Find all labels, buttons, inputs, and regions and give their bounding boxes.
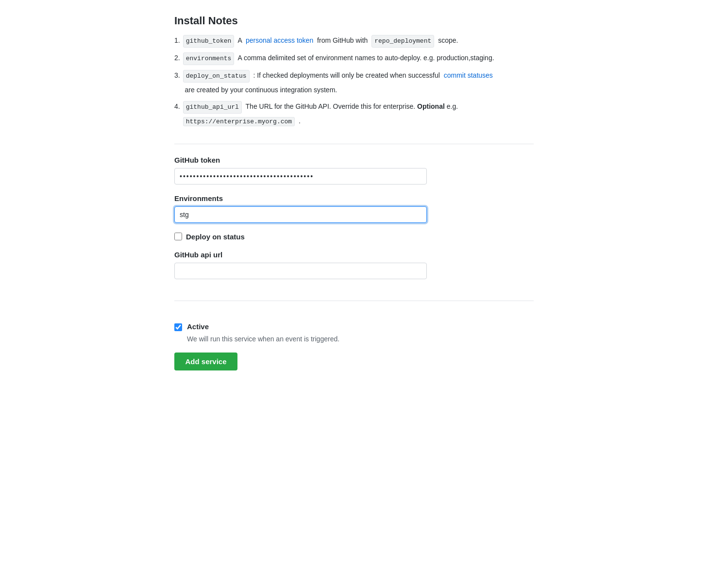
note-1-code-2: repo_deployment	[371, 35, 434, 48]
install-notes-list: github_token A personal access token fro…	[174, 35, 534, 127]
deploy-on-status-checkbox[interactable]	[174, 233, 182, 240]
note-item-4: github_api_url The URL for the GitHub AP…	[174, 101, 534, 127]
form-section: GitHub token Environments Deploy on stat…	[174, 156, 534, 301]
github-token-label: GitHub token	[174, 156, 534, 164]
github-token-group: GitHub token	[174, 156, 534, 185]
install-notes-title: Install Notes	[174, 15, 534, 27]
note-4-text-a: The URL for the GitHub API. Override thi…	[244, 101, 458, 113]
add-service-button[interactable]: Add service	[174, 353, 237, 370]
github-api-url-group: GitHub api url	[174, 251, 534, 279]
github-api-url-label: GitHub api url	[174, 251, 534, 259]
note-1-text-b: from GitHub with	[315, 35, 370, 47]
install-notes-section: Install Notes github_token A personal ac…	[174, 15, 534, 144]
github-token-input[interactable]	[174, 168, 427, 185]
deploy-on-status-label[interactable]: Deploy on status	[186, 233, 245, 241]
environments-label: Environments	[174, 194, 534, 202]
note-item-1: github_token A personal access token fro…	[174, 35, 534, 48]
active-checkbox-group: Active	[174, 322, 534, 331]
deploy-on-status-group: Deploy on status	[174, 233, 534, 241]
active-description: We will run this service when an event i…	[187, 335, 534, 343]
note-2-code: environments	[183, 52, 235, 65]
environments-group: Environments	[174, 194, 534, 223]
note-4-text-b: .	[297, 117, 301, 125]
note-item-2: environments A comma delimited set of en…	[174, 52, 534, 65]
note-3-text-a: : If checked deployments will only be cr…	[252, 70, 442, 82]
note-4-code: github_api_url	[183, 101, 242, 114]
github-api-url-input[interactable]	[174, 263, 427, 279]
note-1-text-a: A	[236, 35, 244, 47]
note-4-code-2: https://enterprise.myorg.com	[183, 117, 295, 126]
environments-input[interactable]	[174, 206, 427, 223]
note-1-text-c: scope.	[436, 35, 458, 47]
note-3-code: deploy_on_status	[183, 70, 250, 83]
active-section: Active We will run this service when an …	[174, 313, 534, 382]
note-3-text-b: are created by your continuous integrati…	[183, 84, 337, 96]
note-item-3: deploy_on_status : If checked deployment…	[174, 70, 534, 96]
personal-access-token-link[interactable]: personal access token	[246, 35, 313, 47]
note-1-code: github_token	[183, 35, 235, 48]
active-label[interactable]: Active	[187, 322, 209, 331]
commit-statuses-link[interactable]: commit statuses	[444, 70, 493, 82]
note-2-text: A comma delimited set of environment nam…	[236, 52, 494, 64]
active-checkbox[interactable]	[174, 323, 182, 331]
